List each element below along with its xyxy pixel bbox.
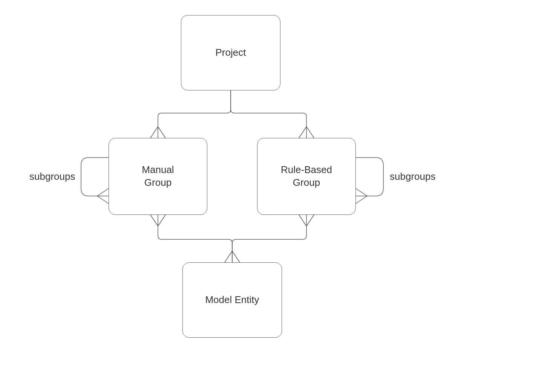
svg-line-7 (306, 215, 314, 226)
svg-line-8 (225, 251, 232, 262)
diagram-canvas: Project Manual Group Rule-Based Group Mo… (0, 0, 533, 392)
svg-line-6 (299, 215, 306, 226)
node-model-entity-label: Model Entity (205, 294, 259, 306)
node-project: Project (181, 15, 280, 90)
svg-line-2 (299, 127, 306, 138)
svg-line-0 (150, 127, 158, 138)
node-model-entity: Model Entity (182, 262, 282, 338)
node-rule-based-group: Rule-Based Group (257, 138, 356, 215)
svg-line-9 (232, 251, 240, 262)
svg-line-1 (158, 127, 165, 138)
label-subgroups-right: subgroups (390, 171, 435, 182)
node-rule-based-group-label: Rule-Based Group (281, 164, 332, 189)
svg-line-3 (306, 127, 314, 138)
node-manual-group: Manual Group (109, 138, 207, 215)
node-manual-group-label: Manual Group (142, 164, 174, 189)
svg-line-12 (356, 188, 367, 196)
label-subgroups-left: subgroups (29, 171, 75, 182)
svg-line-10 (97, 188, 109, 196)
svg-line-13 (356, 196, 367, 204)
svg-line-11 (97, 196, 109, 204)
node-project-label: Project (216, 46, 246, 59)
svg-line-4 (150, 215, 158, 226)
svg-line-5 (158, 215, 165, 226)
